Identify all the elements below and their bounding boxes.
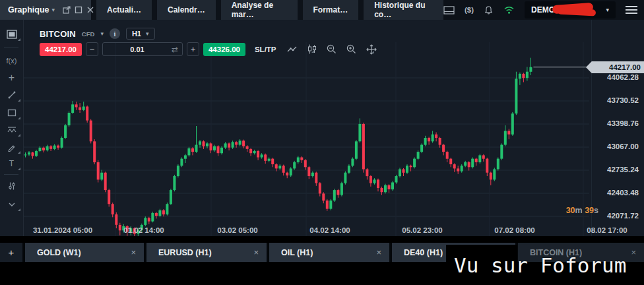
add-chart-tab-button[interactable]: + — [0, 243, 22, 262]
trading-app-window: Graphique ▾ Actuali…Calendr…Analyse de m… — [0, 0, 644, 285]
swap-units-icon[interactable]: ⇄ — [172, 45, 182, 54]
top-menu-bar: Graphique ▾ Actuali…Calendr…Analyse de m… — [0, 0, 644, 20]
info-icon[interactable]: i — [110, 28, 120, 39]
connection-wifi-icon[interactable] — [503, 5, 515, 15]
menu-tab-0[interactable]: Actuali… — [96, 0, 152, 20]
close-tab-icon[interactable]: × — [131, 247, 136, 257]
trade-toolbar: 44217.00 − ⇄ + 44326.00 SL/TP — [40, 42, 377, 56]
line-chart-icon[interactable] — [287, 46, 298, 53]
symbol-name: BITCOIN — [40, 29, 76, 39]
indicators-fx-icon[interactable]: f(x) — [0, 53, 23, 69]
volume-box: ⇄ — [102, 42, 183, 56]
candle-countdown: 30m 39s — [525, 206, 598, 215]
market-type-badge: CFD — [82, 30, 95, 38]
divider — [4, 174, 18, 175]
graphique-menu[interactable]: Graphique ▾ — [0, 0, 91, 20]
price-tick-label: 42403.48 — [607, 189, 639, 197]
menubar-right: ($) DEMO 1 ▾ — [443, 0, 644, 20]
volume-decrease-button[interactable]: − — [86, 42, 98, 56]
price-tick-label: 43398.76 — [607, 119, 639, 127]
text-tool-icon[interactable]: T — [0, 156, 23, 172]
price-axis-border — [591, 20, 592, 236]
timeframe-value: H1 — [132, 30, 141, 38]
fibonacci-icon[interactable] — [0, 122, 23, 138]
sell-button[interactable]: 44217.00 — [40, 43, 82, 56]
volume-input[interactable] — [103, 45, 172, 54]
redaction-scribble — [558, 7, 596, 16]
maximize-icon[interactable] — [75, 6, 82, 14]
watermark-text: Vu sur Foforum — [454, 253, 626, 277]
separator-band — [0, 236, 644, 243]
countdown-minutes: 30 — [566, 206, 575, 215]
instrument-tab-gold[interactable]: GOLD (W1)× — [25, 243, 144, 262]
trend-line-icon[interactable] — [0, 87, 23, 103]
menu-tab-1[interactable]: Calendr… — [157, 0, 216, 20]
price-axis[interactable]: 44062.2843730.5243398.7643067.0042735.24… — [594, 20, 640, 236]
drawing-toolbar: f(x) + T — [0, 20, 24, 236]
price-tick-label: 42735.24 — [607, 166, 639, 174]
crosshair-icon[interactable]: + — [0, 70, 23, 86]
timeframe-selector[interactable]: H1 ▾ — [126, 28, 155, 40]
countdown-minutes-unit: m — [575, 206, 583, 215]
chevron-down-icon: ▾ — [606, 7, 609, 13]
instrument-tab-label: DE40 (H1) — [404, 248, 443, 257]
close-icon[interactable] — [86, 6, 94, 14]
collapse-chevron-icon[interactable] — [0, 197, 23, 212]
close-tab-icon[interactable]: × — [376, 247, 381, 257]
menu-burger-icon[interactable] — [626, 6, 637, 14]
close-tab-icon[interactable]: × — [253, 247, 259, 257]
pan-icon[interactable] — [366, 44, 377, 55]
instrument-tab-label: GOLD (W1) — [37, 248, 81, 257]
rectangle-tool-icon[interactable] — [0, 105, 23, 121]
symbol-header: BITCOIN CFD ▾ i H1 ▾ — [40, 28, 155, 40]
countdown-seconds-unit: s — [594, 206, 598, 215]
pencil-icon[interactable] — [0, 139, 23, 155]
price-tick-label: 43730.52 — [607, 96, 639, 104]
chart-settings-icon[interactable] — [0, 178, 23, 194]
countdown-seconds: 39 — [585, 206, 594, 215]
text-tool-glyph: T — [9, 159, 14, 168]
price-tick-label: 43067.00 — [607, 142, 639, 150]
zoom-out-icon[interactable] — [327, 44, 337, 54]
price-tick-label: 44062.28 — [607, 73, 639, 81]
instrument-tab-label: OIL (H1) — [281, 248, 313, 257]
chart-layout-icon[interactable] — [0, 26, 23, 42]
menu-tab-3[interactable]: Format… — [303, 0, 359, 20]
buy-button[interactable]: 44326.00 — [203, 43, 245, 56]
chevron-down-icon: ▾ — [52, 7, 55, 13]
plus-glyph: + — [9, 72, 15, 84]
menu-tab-2[interactable]: Analyse de mar… — [221, 0, 298, 20]
window-layout-icon[interactable] — [443, 5, 455, 15]
price-tick-label: 42071.72 — [607, 212, 639, 220]
instrument-dollar-icon[interactable]: ($) — [465, 6, 474, 14]
chart-tool-icons — [287, 44, 377, 55]
account-selector[interactable]: DEMO 1 ▾ — [525, 1, 616, 18]
zoom-in-icon[interactable] — [346, 44, 356, 54]
popout-window-icon[interactable] — [63, 6, 71, 14]
divider — [4, 48, 18, 48]
instrument-tab-label: EURUSD (H1) — [158, 248, 212, 257]
chevron-down-icon[interactable]: ▾ — [100, 31, 104, 37]
current-price-tag: 44217.00 — [586, 61, 644, 73]
chevron-down-icon: ▾ — [146, 31, 149, 37]
menu-tab-4[interactable]: Historique du co… — [364, 0, 443, 20]
notifications-bell-icon[interactable] — [484, 5, 494, 15]
volume-increase-button[interactable]: + — [187, 42, 199, 56]
instrument-tab-oil[interactable]: OIL (H1)× — [269, 243, 389, 262]
menu-tabs: Actuali…Calendr…Analyse de mar…Format…Hi… — [96, 0, 443, 20]
candlestick-icon[interactable] — [307, 44, 317, 54]
close-tab-icon[interactable]: × — [631, 247, 636, 257]
graphique-label[interactable]: Graphique — [8, 5, 49, 15]
instrument-tab-eurusd[interactable]: EURUSD (H1)× — [146, 243, 267, 262]
fx-label: f(x) — [7, 57, 17, 65]
sltp-label[interactable]: SL/TP — [255, 46, 276, 53]
